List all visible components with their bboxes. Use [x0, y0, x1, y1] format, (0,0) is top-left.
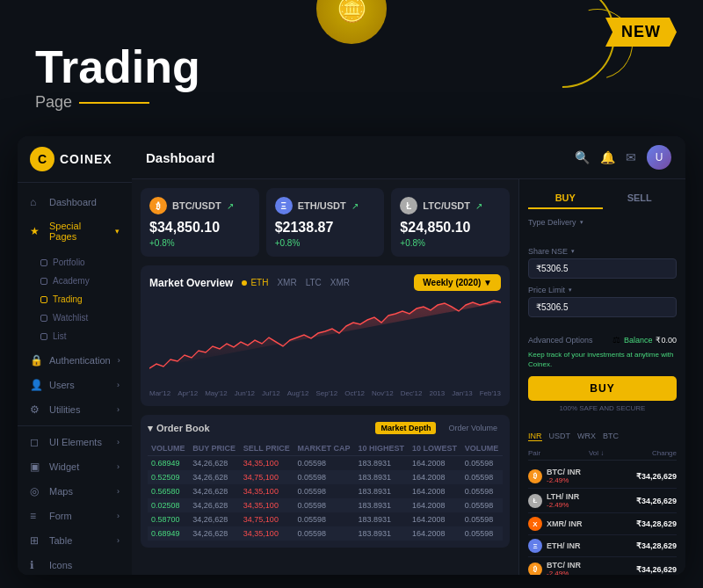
chevron-right-icon-2: › [117, 381, 120, 389]
sidebar-item-ui[interactable]: ◻ UI Elements › [18, 430, 132, 454]
pair-col-pair: Pair [528, 449, 540, 457]
header-title: Dashboard [146, 150, 214, 165]
ltc-pair: LTC/USDT [423, 200, 470, 211]
sidebar-item-list[interactable]: List [30, 327, 120, 345]
header-icons: 🔍 🔔 ✉ U [575, 145, 671, 170]
sidebar-label-watchlist: Watchlist [53, 313, 88, 323]
sidebar-item-watchlist[interactable]: Watchlist [30, 309, 120, 327]
sidebar-item-dashboard[interactable]: ⌂ Dashboard [18, 190, 132, 214]
market-tab-xmr[interactable]: XMR [277, 278, 296, 287]
pair-info: X XMR/ INR [528, 517, 583, 531]
cell-sell: 34,35,100 [240, 456, 294, 471]
sidebar-item-widget[interactable]: ▣ Widget › [18, 454, 132, 479]
sidebar-item-portfolio[interactable]: Portfolio [30, 253, 120, 272]
btc-icon: ₿ [528, 469, 542, 483]
cell-vol: 0.56580 [148, 484, 189, 498]
chart-label: Feb'13 [480, 389, 501, 397]
market-tab-ltc[interactable]: LTC [306, 278, 322, 287]
ticker-card-btc: ₿ BTC/USDT ↗ $34,850.10 +0.8% [141, 188, 259, 257]
price-input[interactable]: ₹5306.5 [528, 297, 677, 317]
balance-label: Balance [624, 336, 653, 345]
pair-price: ₹34,26,629 [636, 565, 677, 574]
market-title: Market Overview [149, 277, 233, 289]
pair-item[interactable]: Ł LTH/ INR -2.49% ₹34,26,629 [528, 489, 677, 513]
col-sell-price: SELL PRICE [240, 441, 294, 456]
sidebar-item-maps[interactable]: ◎ Maps › [18, 479, 132, 504]
sidebar-item-utilities[interactable]: ⚙ Utilities › [18, 397, 132, 422]
user-avatar[interactable]: U [647, 145, 671, 170]
pair-info: ₿ BTC/ INR -2.49% [528, 561, 581, 575]
sell-tab[interactable]: SELL [603, 188, 678, 209]
pair-info: Ξ ETH/ INR [528, 539, 581, 553]
form-label-type: Type Delivery ▾ [528, 218, 677, 227]
table-row: 0.68949 34,26,628 34,35,100 0.05598 183.… [148, 526, 503, 541]
pair-item[interactable]: Ξ ETH/ INR ₹34,28,629 [528, 535, 677, 557]
pair-item[interactable]: X XMR/ INR ₹34,28,629 [528, 513, 677, 535]
order-tab-market-depth[interactable]: Market Depth [375, 422, 436, 434]
btc-coin-icon: ₿ [149, 197, 167, 214]
btc-pair: BTC/USDT [172, 200, 221, 211]
mp-tab-wrx[interactable]: WRX [577, 432, 596, 441]
chart-area [149, 298, 501, 386]
buy-button[interactable]: BUY [528, 376, 677, 401]
pair-col-vol: Vol ↓ [589, 449, 604, 457]
pair-item[interactable]: ₿ BTC/ INR -2.49% ₹34,26,629 [528, 557, 677, 575]
market-tab-eth[interactable]: ETH [242, 278, 268, 287]
market-tab-xmr2[interactable]: XMR [330, 278, 350, 287]
info-text: Keep track of your investments at anytim… [528, 350, 677, 369]
search-icon[interactable]: 🔍 [575, 150, 590, 164]
sidebar-label-table: Table [49, 535, 110, 546]
market-pair-tabs: INR USDT WRX BTC [528, 432, 677, 441]
cell-mcap: 0.05598 [294, 498, 355, 512]
xmr-icon: X [528, 517, 542, 531]
btc-price: $34,850.10 [149, 220, 250, 236]
left-panel: ₿ BTC/USDT ↗ $34,850.10 +0.8% Ξ ETH/USDT [132, 179, 518, 575]
buy-tab[interactable]: BUY [528, 188, 603, 209]
cell-buy: 34,26,628 [189, 456, 240, 471]
sidebar-label-special: Special Pages [49, 221, 108, 242]
chevron-right-icon-8: › [117, 536, 120, 545]
balance-icon: ⚖ [612, 335, 620, 345]
sidebar-item-form[interactable]: ≡ Form › [18, 504, 132, 528]
lock-icon: 🔒 [30, 354, 42, 367]
sidebar-label-trading: Trading [53, 294, 83, 304]
pair-list: ₿ BTC/ INR -2.49% ₹34,26,629 Ł LTH/ INR … [528, 464, 677, 575]
advanced-label: Advanced Options [528, 336, 593, 345]
sidebar-label-dashboard: Dashboard [49, 197, 120, 207]
cell-v2: 0.05598 [461, 470, 503, 484]
chart-label: Aug'12 [287, 389, 309, 397]
sidebar-item-trading[interactable]: Trading [30, 290, 120, 309]
chart-label: Jan'13 [452, 389, 472, 397]
chevron-down-icon: ▾ [115, 227, 120, 236]
pair-item[interactable]: ₿ BTC/ INR -2.49% ₹34,26,629 [528, 464, 677, 489]
sidebar-item-table[interactable]: ⊞ Table › [18, 528, 132, 553]
mail-icon[interactable]: ✉ [626, 150, 636, 164]
share-input[interactable]: ₹5306.5 [528, 258, 677, 279]
col-market-cap: MARKET CAP [294, 441, 355, 456]
pair-col-change: Change [652, 449, 677, 457]
sidebar-label-users: Users [49, 380, 110, 390]
mp-tab-usdt[interactable]: USDT [549, 432, 571, 441]
weekly-button[interactable]: Weekly (2020) ▼ [414, 274, 501, 291]
order-tab-order-volume[interactable]: Order Volume [443, 422, 503, 434]
order-book-title: ▾ Order Book [148, 423, 210, 434]
sidebar-item-users[interactable]: 👤 Users › [18, 373, 132, 397]
sidebar-item-academy[interactable]: Academy [30, 272, 120, 290]
sidebar-item-icons[interactable]: ℹ Icons [18, 553, 132, 575]
ticker-header-ltc: Ł LTC/USDT ↗ [400, 197, 501, 214]
sidebar-item-special-pages[interactable]: ★ Special Pages ▾ [18, 214, 132, 248]
cell-h10: 183.8931 [355, 526, 409, 541]
btc-change: +0.8% [149, 238, 250, 248]
mp-tab-btc[interactable]: BTC [603, 432, 619, 441]
pair-change: -2.49% [547, 570, 581, 575]
market-header: Market Overview ETH XMR LTC XMR [149, 274, 501, 291]
mp-tab-inr[interactable]: INR [528, 432, 542, 441]
bell-icon[interactable]: 🔔 [600, 150, 615, 164]
sidebar-label-icons: Icons [49, 560, 120, 570]
table-icon: ⊞ [30, 534, 42, 547]
chart-label: Oct'12 [344, 389, 365, 397]
page-subtitle: Page [35, 93, 200, 112]
sidebar-item-auth[interactable]: 🔒 Authentication › [18, 348, 132, 373]
pair-price: ₹34,26,629 [636, 497, 677, 505]
chart-label: Apr'12 [178, 389, 198, 397]
